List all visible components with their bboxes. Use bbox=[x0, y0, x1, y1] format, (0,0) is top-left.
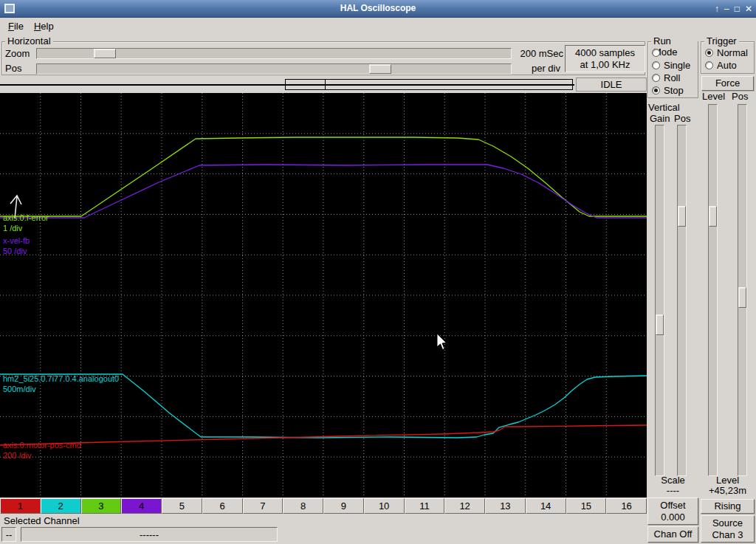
trigger-pos-slider[interactable] bbox=[738, 104, 747, 476]
capture-status: IDLE bbox=[576, 78, 647, 92]
offset-button-label: Offset bbox=[660, 500, 685, 512]
hal-oscilloscope-window: HAL Oscilloscope ↑–□✕ File Help Horizont… bbox=[0, 0, 756, 544]
channel-button-7[interactable]: 7 bbox=[243, 498, 284, 514]
offset-button[interactable]: Offset 0.000 bbox=[647, 497, 698, 525]
selected-channel-name: ------ bbox=[21, 527, 278, 542]
menu-file[interactable]: File bbox=[3, 19, 29, 33]
sample-rate-box: 4000 samples at 1,00 KHz bbox=[565, 45, 645, 72]
run-mode-option-label: Stop bbox=[664, 85, 684, 96]
radio-icon bbox=[705, 49, 713, 57]
trigger-level-slider-handle[interactable] bbox=[709, 206, 717, 227]
trigger-level-caption: Level bbox=[701, 475, 755, 486]
trigger-level-value: +45,23m bbox=[701, 485, 755, 496]
window-title: HAL Oscilloscope bbox=[0, 3, 756, 13]
scale-value: ---- bbox=[647, 485, 698, 496]
time-per-div-line1: 200 mSec bbox=[475, 48, 563, 59]
trigger-option-label: Normal bbox=[717, 47, 748, 58]
chan-off-button[interactable]: Chan Off bbox=[647, 526, 698, 543]
channel-button-12[interactable]: 12 bbox=[444, 498, 485, 514]
zoom-label: Zoom bbox=[5, 48, 30, 59]
pos-label: Pos bbox=[5, 63, 21, 74]
trigger-source-button[interactable]: Source Chan 3 bbox=[701, 515, 755, 543]
minimize-button[interactable]: – bbox=[724, 4, 729, 13]
scope-display[interactable]: axis.0.f-error1 /divx-vel-fb50 /divhm2_5… bbox=[0, 93, 647, 497]
pos-slider-handle[interactable] bbox=[369, 64, 391, 74]
channel-button-10[interactable]: 10 bbox=[364, 498, 405, 514]
radio-icon bbox=[652, 86, 660, 94]
sample-count: 4000 samples bbox=[575, 47, 635, 59]
trigger-frame: Trigger NormalAuto bbox=[701, 41, 755, 74]
menubar: File Help bbox=[0, 18, 756, 34]
vertical-pos-label: Pos bbox=[674, 113, 690, 124]
window-buttons: ↑–□✕ bbox=[715, 0, 752, 18]
pos-slider[interactable] bbox=[36, 63, 512, 75]
radio-icon bbox=[652, 74, 660, 82]
trigger-pos-label: Pos bbox=[732, 91, 748, 102]
maximize-button[interactable]: □ bbox=[735, 4, 740, 13]
selected-channel-number: -- bbox=[1, 527, 16, 542]
run-mode-option-roll[interactable]: Roll bbox=[648, 72, 698, 84]
channel-button-5[interactable]: 5 bbox=[162, 498, 202, 514]
trigger-option-normal[interactable]: Normal bbox=[701, 47, 754, 59]
trigger-options: NormalAuto bbox=[701, 42, 754, 72]
channel-button-14[interactable]: 14 bbox=[526, 498, 566, 514]
gain-slider[interactable] bbox=[655, 125, 664, 476]
trigger-option-label: Auto bbox=[717, 60, 737, 71]
zoom-slider[interactable] bbox=[36, 48, 512, 59]
run-mode-frame: Run Mode NormalSingleRollStop bbox=[647, 41, 698, 98]
force-button[interactable]: Force bbox=[701, 76, 754, 91]
run-mode-option-stop[interactable]: Stop bbox=[648, 84, 698, 97]
radio-icon bbox=[652, 49, 660, 57]
channel-button-3[interactable]: 3 bbox=[81, 498, 122, 514]
channel-button-15[interactable]: 15 bbox=[566, 498, 607, 514]
trigger-frame-label: Trigger bbox=[704, 35, 739, 47]
menu-help[interactable]: Help bbox=[29, 19, 59, 33]
chan-off-button-label: Chan Off bbox=[654, 528, 693, 540]
force-button-label: Force bbox=[715, 78, 740, 89]
channel-button-8[interactable]: 8 bbox=[283, 498, 323, 514]
trigger-option-auto[interactable]: Auto bbox=[701, 59, 754, 72]
vertical-pos-slider[interactable] bbox=[677, 125, 687, 476]
scale-caption: Scale bbox=[647, 475, 698, 486]
horizontal-frame-label: Horizontal bbox=[5, 35, 53, 47]
capture-status-text: IDLE bbox=[601, 79, 622, 90]
record-progress bbox=[0, 78, 574, 92]
channel-button-1[interactable]: 1 bbox=[0, 498, 41, 514]
offset-button-value: 0.000 bbox=[661, 512, 685, 523]
channel-button-9[interactable]: 9 bbox=[323, 498, 364, 514]
radio-icon bbox=[705, 61, 713, 69]
sample-rate: at 1,00 KHz bbox=[580, 59, 630, 71]
channel-row: 12345678910111213141516 bbox=[0, 498, 647, 514]
selected-channel-number-text: -- bbox=[6, 529, 13, 540]
vertical-section-label: Vertical bbox=[648, 102, 680, 113]
channel-button-6[interactable]: 6 bbox=[202, 498, 243, 514]
record-view-window[interactable] bbox=[285, 79, 573, 90]
run-mode-option-label: Roll bbox=[664, 72, 680, 83]
shade-button[interactable]: ↑ bbox=[715, 4, 719, 13]
channel-button-2[interactable]: 2 bbox=[41, 498, 81, 514]
trigger-pos-slider-handle[interactable] bbox=[738, 287, 746, 308]
run-mode-option-label: Single bbox=[664, 60, 690, 71]
vertical-pos-slider-handle[interactable] bbox=[678, 206, 686, 227]
close-button[interactable]: ✕ bbox=[745, 4, 752, 13]
run-mode-option-single[interactable]: Single bbox=[648, 59, 698, 72]
radio-icon bbox=[652, 61, 660, 69]
channel-button-13[interactable]: 13 bbox=[485, 498, 526, 514]
vertical-gain-label: Gain bbox=[650, 113, 670, 124]
time-per-div-line2: per div bbox=[475, 63, 560, 74]
rising-button[interactable]: Rising bbox=[701, 499, 755, 514]
titlebar[interactable]: HAL Oscilloscope ↑–□✕ bbox=[0, 0, 756, 18]
selected-channel-name-text: ------ bbox=[140, 529, 159, 540]
scope-svg bbox=[0, 93, 647, 497]
trigger-marker-arrow bbox=[10, 196, 21, 218]
gain-slider-handle[interactable] bbox=[656, 314, 664, 335]
trigger-source-line1: Source bbox=[712, 517, 743, 529]
rising-button-label: Rising bbox=[714, 500, 740, 512]
channel-button-11[interactable]: 11 bbox=[405, 498, 445, 514]
zoom-slider-handle[interactable] bbox=[94, 49, 116, 58]
trigger-level-label: Level bbox=[702, 91, 725, 102]
channel-button-4[interactable]: 4 bbox=[121, 498, 162, 514]
channel-button-16[interactable]: 16 bbox=[606, 498, 647, 514]
selected-channel-label: Selected Channel bbox=[4, 515, 80, 526]
trigger-level-slider[interactable] bbox=[708, 104, 718, 476]
